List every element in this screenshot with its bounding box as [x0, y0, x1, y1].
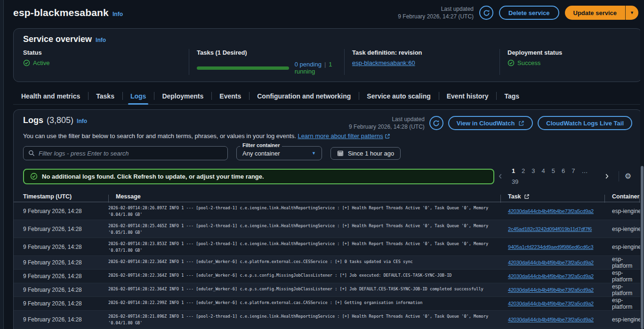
- page-6-button[interactable]: 6: [558, 165, 568, 176]
- log-message: 2026-02-09T14:28:22.364Z INFO 1 --- [edu…: [108, 283, 500, 296]
- log-timestamp: 9 February 2026, 14:28: [14, 238, 108, 255]
- log-row: 9 February 2026, 14:28 2026-02-09T14:28:…: [14, 202, 642, 220]
- check-circle-icon: [507, 59, 515, 66]
- container-name: esp-iengine: [604, 238, 642, 255]
- tab-logs[interactable]: Logs: [122, 88, 154, 104]
- log-timestamp: 9 February 2026, 14:28: [14, 283, 108, 296]
- service-tabs: Health and metricsTasksLogsDeploymentsEv…: [13, 88, 642, 105]
- service-last-updated: Last updated 9 February 2026, 14:27 (UTC…: [398, 5, 474, 20]
- log-message: 2026-02-09T14:28:22.299Z INFO 1 --- [edu…: [108, 297, 500, 310]
- previous-page-button[interactable]: [494, 172, 507, 181]
- container-name: esp-platform: [604, 256, 642, 269]
- tab-service-auto-scaling[interactable]: Service auto scaling: [359, 88, 438, 104]
- filter-patterns-link[interactable]: Learn more about filter patterns: [298, 132, 390, 140]
- log-row: 9 February 2026, 14:28 2026-02-09T14:28:…: [14, 283, 642, 297]
- view-in-cloudwatch-button[interactable]: View in CloudWatch: [448, 116, 533, 130]
- task-link[interactable]: 42030da644cb4b4f9b4be73f2a5cd9a2: [508, 260, 594, 265]
- column-header-task[interactable]: Task: [500, 193, 604, 200]
- container-name: esp-iengine: [604, 202, 642, 220]
- refresh-service-button[interactable]: [479, 6, 493, 20]
- search-icon: [28, 150, 35, 156]
- page-3-button[interactable]: 3: [528, 165, 538, 176]
- column-header-message[interactable]: Message: [108, 193, 500, 200]
- container-filter-label: Filter container: [240, 142, 282, 148]
- log-timestamp: 9 February 2026, 14:28: [14, 220, 108, 238]
- task-link[interactable]: 2c45ad182c3242d094f019b11d7df7f6: [508, 226, 592, 232]
- logs-info-link[interactable]: Info: [77, 118, 87, 124]
- success-check-icon: [30, 173, 38, 180]
- check-circle-icon: [23, 59, 30, 66]
- overview-info-link[interactable]: Info: [96, 37, 106, 43]
- tab-event-history[interactable]: Event history: [439, 88, 497, 104]
- container-name: esp-platform: [604, 283, 642, 296]
- gear-icon: ⚙: [625, 172, 631, 180]
- column-header-container[interactable]: Container: [604, 193, 642, 200]
- no-logs-banner: No additional logs found. Click Refresh …: [23, 169, 494, 184]
- page-7-button[interactable]: 7: [568, 165, 578, 176]
- deployment-status-column: Deployment status Success: [499, 49, 632, 75]
- page-39-button[interactable]: 39: [508, 176, 522, 187]
- container-name: esp-platform: [604, 297, 642, 310]
- tab-health-and-metrics[interactable]: Health and metrics: [13, 88, 88, 104]
- log-timestamp: 9 February 2026, 14:28: [14, 297, 108, 310]
- chevron-down-icon: ▼: [312, 151, 316, 156]
- update-service-button[interactable]: Update service: [565, 6, 626, 20]
- task-link[interactable]: 42030da644cb4b4f9b4be73f2a5cd9a2: [508, 273, 594, 279]
- service-info-link[interactable]: Info: [113, 11, 123, 17]
- cloudwatch-live-tail-button[interactable]: CloudWatch Logs Live Tail: [538, 116, 632, 130]
- log-filter-input[interactable]: [39, 150, 223, 157]
- pagination-divider: [619, 171, 619, 181]
- logs-table: Timestamp (UTC) Message Task Container 9…: [14, 191, 642, 329]
- time-range-button[interactable]: Since 1 hour ago: [330, 147, 401, 160]
- task-link[interactable]: 42030da644cb4b4f9b4be73f2a5cd9a2: [508, 301, 594, 306]
- page-2-button[interactable]: 2: [518, 165, 528, 176]
- container-name: esp-iengine: [604, 311, 642, 328]
- overview-title: Service overview: [23, 34, 92, 44]
- container-name: esp-platform: [604, 270, 642, 283]
- log-timestamp: 9 February 2026, 14:28: [14, 311, 108, 328]
- tab-deployments[interactable]: Deployments: [154, 88, 211, 104]
- scrollbar-thumb[interactable]: [641, 166, 644, 329]
- tab-events[interactable]: Events: [211, 88, 249, 104]
- external-link-icon: [524, 194, 530, 199]
- container-filter-select[interactable]: Any container ▼: [236, 146, 322, 160]
- tab-configuration-and-networking[interactable]: Configuration and networking: [249, 88, 359, 104]
- tab-tasks[interactable]: Tasks: [88, 88, 122, 104]
- table-preferences-button[interactable]: ⚙: [625, 173, 631, 180]
- page-4-button[interactable]: 4: [539, 165, 548, 176]
- service-overview-card: Service overview Info Status Active Task…: [13, 28, 642, 82]
- update-service-dropdown-button[interactable]: ▼: [625, 6, 638, 20]
- delete-service-button[interactable]: Delete service: [499, 6, 559, 20]
- task-link[interactable]: 42030da644cb4b4f9b4be73f2a5cd9a2: [508, 208, 594, 214]
- task-definition-column: Task definition: revision esp-blackmesab…: [344, 49, 499, 75]
- logs-title: Logs: [23, 115, 43, 125]
- external-link-icon: [385, 133, 390, 139]
- side-nav-edge: [0, 0, 4, 329]
- next-page-button[interactable]: [601, 172, 613, 181]
- log-row: 9 February 2026, 14:28 2026-02-09T14:28:…: [14, 238, 642, 256]
- service-header: esp-blackmesabank Info Last updated 9 Fe…: [4, 0, 644, 25]
- status-column: Status Active: [23, 49, 189, 75]
- page-5-button[interactable]: 5: [548, 165, 558, 176]
- task-link[interactable]: 9405a1cfd2234dd9aed9f986ed6cd6c3: [508, 244, 593, 250]
- log-timestamp: 9 February 2026, 14:28: [14, 270, 108, 283]
- task-definition-link[interactable]: esp-blackmesabank:60: [352, 59, 415, 66]
- refresh-icon: [433, 120, 440, 127]
- no-logs-banner-text: No additional logs found. Click Refresh …: [42, 173, 264, 180]
- page-1-button[interactable]: 1: [508, 165, 518, 176]
- tab-tags[interactable]: Tags: [496, 88, 527, 104]
- log-row: 9 February 2026, 14:28 2026-02-09T14:28:…: [14, 270, 642, 283]
- tasks-column: Tasks (1 Desired) 0 pending|1 running: [189, 49, 344, 75]
- page-scrollbar[interactable]: [640, 0, 644, 329]
- logs-description: You can use the filter bar below to sear…: [23, 132, 632, 140]
- pagination-ellipsis: …: [579, 165, 591, 176]
- pagination: 1234567…39 ⚙: [494, 165, 632, 187]
- page-title: esp-blackmesabank: [13, 7, 109, 18]
- log-filter-searchbox[interactable]: [23, 146, 228, 160]
- task-link[interactable]: 42030da644cb4b4f9b4be73f2a5cd9a2: [508, 317, 594, 322]
- column-header-timestamp[interactable]: Timestamp (UTC): [14, 193, 108, 200]
- refresh-logs-button[interactable]: [429, 116, 443, 130]
- container-name: esp-iengine: [604, 220, 642, 238]
- task-link[interactable]: 42030da644cb4b4f9b4be73f2a5cd9a2: [508, 287, 594, 293]
- tasks-counts: 0 pending|1 running: [295, 61, 337, 75]
